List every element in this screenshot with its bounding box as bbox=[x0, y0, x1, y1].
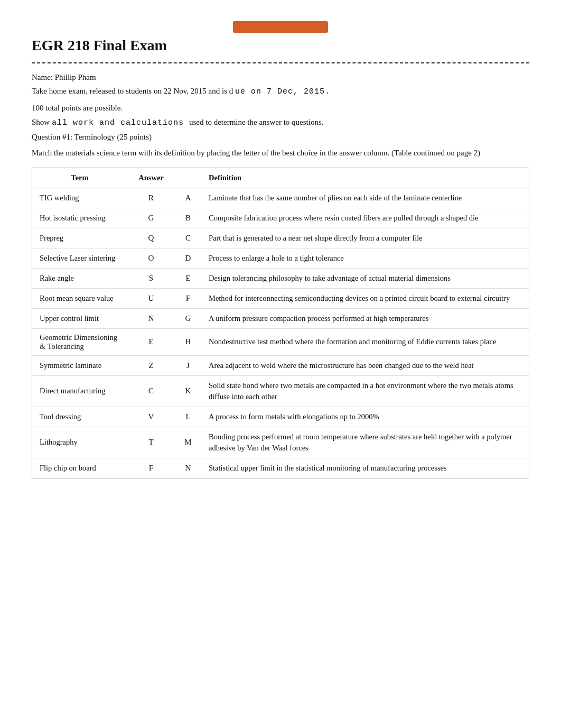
cell-letter: B bbox=[175, 208, 201, 228]
cell-letter: F bbox=[175, 288, 201, 308]
cell-term: Geometric Dimensioning & Tolerancing bbox=[32, 328, 127, 355]
cell-letter: J bbox=[175, 355, 201, 375]
cell-term: TIG welding bbox=[32, 188, 127, 208]
cell-term: Tool dressing bbox=[32, 407, 127, 427]
table-row: Geometric Dimensioning & TolerancingEHNo… bbox=[32, 328, 529, 355]
cell-term: Prepreg bbox=[32, 228, 127, 248]
name-label: Name: bbox=[32, 73, 53, 81]
cell-letter: A bbox=[175, 188, 201, 208]
cell-answer: Q bbox=[127, 228, 175, 248]
cell-letter: N bbox=[175, 458, 201, 478]
col-header-definition: Definition bbox=[201, 168, 529, 188]
release-text: Take home exam, released to students on … bbox=[32, 87, 233, 95]
cell-term: Flip chip on board bbox=[32, 458, 127, 478]
table-row: Flip chip on boardFNStatistical upper li… bbox=[32, 458, 529, 478]
cell-answer: R bbox=[127, 188, 175, 208]
cell-answer: U bbox=[127, 288, 175, 308]
cell-answer: S bbox=[127, 268, 175, 288]
cell-answer: V bbox=[127, 407, 175, 427]
show-work-line: Show all work and calculations used to d… bbox=[32, 118, 529, 127]
cell-answer: E bbox=[127, 328, 175, 355]
logo-placeholder bbox=[32, 21, 529, 33]
match-table: Term Answer Definition TIG weldingRALami… bbox=[32, 168, 529, 478]
cell-letter: G bbox=[175, 308, 201, 328]
name-value: Phillip Pham bbox=[55, 73, 96, 81]
table-row: Rake angleSEDesign tolerancing philosoph… bbox=[32, 268, 529, 288]
cell-letter: D bbox=[175, 248, 201, 268]
cell-definition: Process to enlarge a hole to a tight tol… bbox=[201, 248, 529, 268]
cell-term: Hot isostatic pressing bbox=[32, 208, 127, 228]
table-row: LithographyTMBonding process performed a… bbox=[32, 427, 529, 458]
cell-answer: G bbox=[127, 208, 175, 228]
cell-term: Selective Laser sintering bbox=[32, 248, 127, 268]
cell-answer: C bbox=[127, 375, 175, 407]
cell-term: Root mean square value bbox=[32, 288, 127, 308]
cell-definition: Design tolerancing philosophy to take ad… bbox=[201, 268, 529, 288]
table-body: TIG weldingRALaminate that has the same … bbox=[32, 188, 529, 478]
cell-letter: M bbox=[175, 427, 201, 458]
table-row: TIG weldingRALaminate that has the same … bbox=[32, 188, 529, 208]
cell-definition: A process to form metals with elongation… bbox=[201, 407, 529, 427]
col-header-letter bbox=[175, 168, 201, 188]
table-row: Root mean square valueUFMethod for inter… bbox=[32, 288, 529, 308]
dashed-divider bbox=[32, 62, 529, 63]
due-text: ue on 7 Dec, 2015. bbox=[235, 87, 330, 96]
table-row: PrepregQCPart that is generated to a nea… bbox=[32, 228, 529, 248]
cell-answer: O bbox=[127, 248, 175, 268]
cell-definition: Solid state bond where two metals are co… bbox=[201, 375, 529, 407]
header-area: EGR 218 Final Exam bbox=[32, 21, 529, 58]
question-header: Question #1: Terminology (25 points) bbox=[32, 133, 529, 142]
cell-letter: L bbox=[175, 407, 201, 427]
table-row: Hot isostatic pressingGBComposite fabric… bbox=[32, 208, 529, 228]
col-header-answer: Answer bbox=[127, 168, 175, 188]
cell-term: Lithography bbox=[32, 427, 127, 458]
cell-term: Symmetric laminate bbox=[32, 355, 127, 375]
table-row: Selective Laser sinteringODProcess to en… bbox=[32, 248, 529, 268]
name-line: Name: Phillip Pham bbox=[32, 71, 529, 85]
cell-letter: E bbox=[175, 268, 201, 288]
col-header-term: Term bbox=[32, 168, 127, 188]
university-logo bbox=[233, 21, 328, 33]
meta-block: Name: Phillip Pham Take home exam, relea… bbox=[32, 71, 529, 98]
table-wrapper: Term Answer Definition TIG weldingRALami… bbox=[32, 168, 529, 478]
cell-term: Direct manufacturing bbox=[32, 375, 127, 407]
page-title: EGR 218 Final Exam bbox=[32, 37, 529, 54]
show-work-mono: all work and calculations bbox=[52, 118, 189, 127]
cell-definition: Bonding process performed at room temper… bbox=[201, 427, 529, 458]
cell-definition: Nondestructive test method where the for… bbox=[201, 328, 529, 355]
table-row: Direct manufacturingCKSolid state bond w… bbox=[32, 375, 529, 407]
cell-letter: K bbox=[175, 375, 201, 407]
cell-letter: H bbox=[175, 328, 201, 355]
cell-definition: A uniform pressure compaction process pe… bbox=[201, 308, 529, 328]
table-header-row: Term Answer Definition bbox=[32, 168, 529, 188]
table-row: Upper control limitNGA uniform pressure … bbox=[32, 308, 529, 328]
cell-definition: Area adjacent to weld where the microstr… bbox=[201, 355, 529, 375]
cell-term: Rake angle bbox=[32, 268, 127, 288]
cell-definition: Method for interconnecting semiconductin… bbox=[201, 288, 529, 308]
cell-answer: Z bbox=[127, 355, 175, 375]
cell-definition: Statistical upper limit in the statistic… bbox=[201, 458, 529, 478]
cell-answer: N bbox=[127, 308, 175, 328]
show-work-suffix: used to determine the answer to question… bbox=[189, 118, 324, 126]
cell-answer: T bbox=[127, 427, 175, 458]
show-work-prefix: Show bbox=[32, 118, 50, 126]
release-line: Take home exam, released to students on … bbox=[32, 85, 529, 99]
cell-definition: Laminate that has the same number of pli… bbox=[201, 188, 529, 208]
table-row: Tool dressingVLA process to form metals … bbox=[32, 407, 529, 427]
points-line: 100 total points are possible. bbox=[32, 104, 529, 113]
cell-term: Upper control limit bbox=[32, 308, 127, 328]
question-intro: Match the materials science term with it… bbox=[32, 147, 529, 159]
table-row: Symmetric laminateZJArea adjacent to wel… bbox=[32, 355, 529, 375]
cell-letter: C bbox=[175, 228, 201, 248]
cell-definition: Part that is generated to a near net sha… bbox=[201, 228, 529, 248]
cell-answer: F bbox=[127, 458, 175, 478]
cell-definition: Composite fabrication process where resi… bbox=[201, 208, 529, 228]
match-table-container: Term Answer Definition TIG weldingRALami… bbox=[32, 168, 529, 478]
